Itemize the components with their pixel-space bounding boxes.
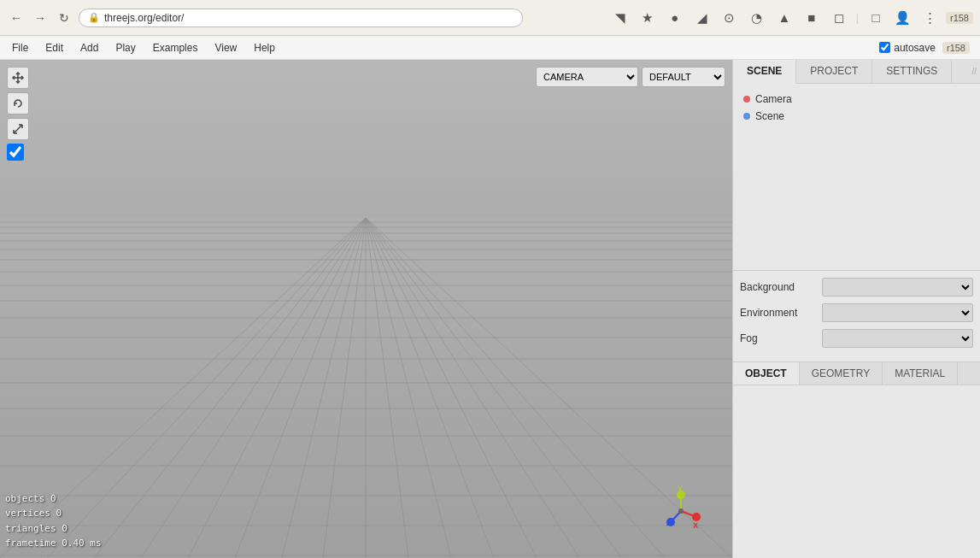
viewport-dropdowns: CAMERA PERSPECTIVE ORTHOGRAPHIC DEFAULT … (536, 67, 725, 87)
menu-icon[interactable]: ⋮ (918, 6, 942, 30)
ext6-icon[interactable]: ■ (800, 6, 824, 30)
tab-material[interactable]: MATERIAL (883, 362, 958, 385)
menu-version: r158 (942, 42, 970, 54)
grid-toggle-checkbox[interactable] (7, 144, 24, 161)
scene-tabs: SCENE PROJECT SETTINGS // (733, 60, 980, 84)
bottom-panel-content (733, 385, 980, 558)
tab-object[interactable]: OBJECT (733, 362, 800, 385)
scale-tool-button[interactable] (7, 118, 29, 140)
menu-view[interactable]: View (206, 39, 245, 56)
tab-project[interactable]: PROJECT (796, 60, 872, 83)
refresh-button[interactable]: ↻ (55, 9, 73, 27)
menu-play[interactable]: Play (107, 39, 144, 56)
ext4-icon[interactable]: ◔ (745, 6, 769, 30)
scene-label: Scene (755, 110, 784, 122)
stat-frametime: frametime 0.40 ms (5, 536, 102, 551)
right-panel: SCENE PROJECT SETTINGS // Camera Scene B… (732, 60, 980, 558)
ext2-icon[interactable]: ◢ (690, 6, 714, 30)
main-layout: CAMERA PERSPECTIVE ORTHOGRAPHIC DEFAULT … (0, 60, 980, 558)
autosave-label: autosave (879, 42, 936, 54)
scene-tree: Camera Scene (733, 84, 980, 270)
ext7-icon[interactable]: ◻ (827, 6, 851, 30)
ext3-icon[interactable]: ⊙ (718, 6, 742, 30)
grid-svg (0, 60, 732, 558)
tab-settings[interactable]: SETTINGS (872, 60, 952, 83)
y-axis-label: Y (678, 485, 683, 493)
svg-line-40 (14, 125, 22, 133)
scene-properties: Background Color Texture Equirectangular… (733, 270, 980, 361)
version-badge: r158 (946, 12, 973, 24)
browser-chrome: ← → ↻ 🔒 threejs.org/editor/ ◥ ★ ● ◢ ⊙ ◔ … (0, 0, 980, 36)
tree-item-camera[interactable]: Camera (738, 91, 975, 108)
menu-help[interactable]: Help (245, 39, 284, 56)
fog-label: Fog (740, 332, 817, 344)
browser-icons-right: ◥ ★ ● ◢ ⊙ ◔ ▲ ■ ◻ | □ 👤 ⋮ r158 (528, 6, 973, 30)
x-axis-label: X (693, 521, 698, 530)
menu-examples[interactable]: Examples (144, 39, 207, 56)
svg-point-48 (692, 513, 701, 521)
menu-add[interactable]: Add (72, 39, 107, 56)
svg-point-51 (678, 508, 684, 514)
autosave-text: autosave (894, 42, 936, 54)
user-icon[interactable]: 👤 (891, 6, 915, 30)
environment-select[interactable]: Equirectangular (822, 303, 973, 322)
svg-rect-1 (0, 218, 732, 558)
menu-edit[interactable]: Edit (37, 39, 72, 56)
environment-label: Environment (740, 307, 817, 319)
scene-dot (743, 113, 750, 120)
address-bar[interactable]: 🔒 threejs.org/editor/ (79, 9, 523, 27)
axis-indicator: Z X Y (655, 481, 707, 532)
move-tool-button[interactable] (7, 67, 29, 89)
camera-select[interactable]: CAMERA PERSPECTIVE ORTHOGRAPHIC (536, 67, 638, 87)
rotate-tool-button[interactable] (7, 92, 29, 115)
url-text: threejs.org/editor/ (104, 12, 184, 24)
back-button[interactable]: ← (7, 9, 26, 27)
bookmark-icon[interactable]: ★ (636, 6, 660, 30)
forward-button[interactable]: → (31, 9, 50, 27)
shading-select[interactable]: DEFAULT WIREFRAME SOLID (642, 67, 725, 87)
canvas-area (0, 60, 732, 558)
prop-row-fog: Fog Linear Exponential (740, 329, 973, 348)
autosave-checkbox[interactable] (879, 42, 890, 53)
panel-resize-handle[interactable]: // (971, 60, 980, 83)
sidebar-toggle[interactable]: □ (864, 6, 888, 30)
z-axis-label: Z (666, 519, 672, 527)
bottom-tabs: OBJECT GEOMETRY MATERIAL (733, 361, 980, 385)
viewport[interactable]: CAMERA PERSPECTIVE ORTHOGRAPHIC DEFAULT … (0, 60, 732, 558)
prop-row-background: Background Color Texture Equirectangular (740, 278, 973, 297)
fog-select[interactable]: Linear Exponential (822, 329, 973, 348)
cast-icon[interactable]: ◥ (608, 6, 632, 30)
stat-vertices: vertices 0 (5, 506, 102, 521)
ext5-icon[interactable]: ▲ (772, 6, 796, 30)
tree-item-scene[interactable]: Scene (738, 108, 975, 125)
background-select[interactable]: Color Texture Equirectangular (822, 278, 973, 297)
ext1-icon[interactable]: ● (663, 6, 687, 30)
stat-triangles: triangles 0 (5, 521, 102, 537)
background-label: Background (740, 281, 817, 293)
camera-label: Camera (755, 93, 792, 105)
menu-bar-right: autosave r158 (879, 42, 977, 54)
tab-geometry[interactable]: GEOMETRY (800, 362, 883, 385)
stat-objects: objects 0 (5, 491, 102, 507)
stats-overlay: objects 0 vertices 0 triangles 0 frameti… (5, 491, 102, 551)
camera-dot (743, 96, 750, 103)
prop-row-environment: Environment Equirectangular (740, 303, 973, 322)
tab-scene[interactable]: SCENE (733, 60, 796, 84)
menu-file[interactable]: File (3, 39, 37, 56)
menu-bar: File Edit Add Play Examples View Help au… (0, 36, 980, 60)
viewport-toolbar (7, 67, 29, 161)
